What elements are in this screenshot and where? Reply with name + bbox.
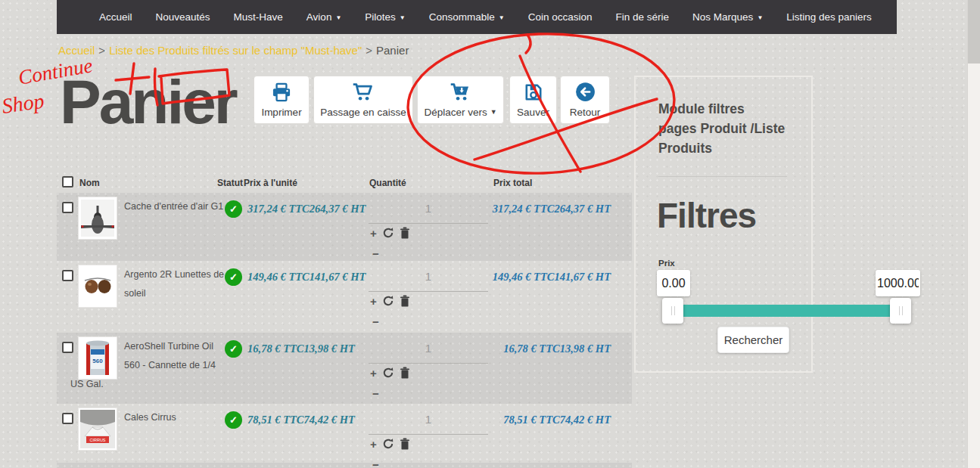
cart-icon — [352, 82, 375, 104]
header-quantite: Quantité — [369, 178, 406, 188]
quantity-value[interactable]: 1 — [369, 342, 488, 355]
header-statut: Statut — [217, 178, 243, 188]
refresh-icon[interactable] — [382, 367, 394, 379]
breadcrumb-separator: > — [366, 44, 372, 57]
price-max-input[interactable] — [876, 270, 920, 296]
nav-item-avion[interactable]: Avion▼ — [306, 11, 341, 23]
quantity-decrease-button[interactable]: − — [372, 388, 379, 399]
price-slider-handle-min[interactable] — [662, 298, 683, 324]
print-button[interactable]: Imprimer — [254, 76, 310, 124]
breadcrumb-home-link[interactable]: Accueil — [58, 44, 95, 57]
nav-item-pilotes[interactable]: Pilotes▼ — [365, 11, 405, 23]
quantity-increase-button[interactable]: + — [370, 228, 377, 239]
select-all-checkbox[interactable] — [62, 176, 73, 188]
nav-item-consommable[interactable]: Consommable▼ — [429, 11, 505, 23]
unit-price: 149,46 € TTC141,67 € HT — [247, 271, 366, 284]
product-thumbnail[interactable] — [79, 197, 117, 239]
breadcrumb-filter-link[interactable]: Liste des Produits filtrés sur le champ … — [109, 44, 362, 57]
svg-text:560: 560 — [92, 358, 103, 364]
product-thumbnail[interactable]: CIRRUS — [79, 408, 117, 450]
product-thumbnail[interactable] — [79, 265, 117, 307]
back-button[interactable]: Retour — [560, 76, 610, 124]
annotation-note-line2: Shop — [1, 88, 46, 117]
trash-icon[interactable] — [400, 438, 410, 450]
price-slider-handle-max[interactable] — [890, 298, 911, 324]
back-arrow-icon — [575, 82, 596, 104]
filters-module-title: Module filtres pages Produit /Liste Prod… — [658, 99, 785, 158]
quantity-decrease-button[interactable]: − — [372, 248, 379, 259]
quantity-increase-button[interactable]: + — [370, 367, 377, 379]
chevron-down-icon: ▼ — [757, 14, 763, 21]
refresh-icon[interactable] — [382, 438, 394, 450]
total-price: 149,46 € TTC141,67 € HT — [481, 271, 611, 284]
product-name-cell: CIRRUS Cales Cirrus — [70, 408, 229, 446]
total-price: 78,51 € TTC74,42 € HT — [481, 414, 611, 426]
quantity-value[interactable]: 1 — [369, 413, 488, 426]
unit-price: 16,78 € TTC13,98 € HT — [247, 342, 355, 355]
product-name-cell: Argento 2R Lunettes de soleil — [70, 265, 229, 303]
floppy-disk-icon — [524, 82, 543, 104]
scrollbar-track[interactable] — [967, 0, 980, 468]
nav-item-nouveautes[interactable]: Nouveautés — [156, 11, 210, 23]
print-button-label: Imprimer — [261, 107, 301, 118]
nav-item-listing-paniers[interactable]: Listing des paniers — [786, 11, 872, 23]
refresh-icon[interactable] — [382, 295, 394, 307]
table-row: 560 AeroShell Turbine Oil 560 - Cannette… — [57, 333, 632, 404]
chevron-down-icon: ▼ — [490, 108, 497, 116]
cart-move-icon — [450, 82, 472, 104]
unit-price: 317,24 € TTC264,37 € HT — [247, 203, 366, 215]
next-row-edge — [57, 463, 632, 468]
cart-table-header: Nom Statut Prix à l'unité Quantité Prix … — [57, 175, 632, 193]
nav-item-fin-de-serie[interactable]: Fin de série — [616, 11, 670, 23]
product-name[interactable]: Argento 2R Lunettes de soleil — [124, 269, 224, 299]
quantity-divider — [369, 291, 488, 292]
scrollbar-thumb[interactable] — [968, 0, 980, 64]
table-row: CIRRUS Cales Cirrus 78,51 € TTC74,42 € H… — [57, 404, 632, 463]
filters-divider — [658, 176, 787, 177]
nav-item-coin-occasion[interactable]: Coin occasion — [528, 11, 593, 23]
price-min-input[interactable] — [657, 270, 690, 296]
quantity-increase-button[interactable]: + — [370, 439, 377, 450]
refresh-icon[interactable] — [382, 227, 394, 239]
product-name[interactable]: Cales Cirrus — [124, 412, 176, 423]
product-name[interactable]: Cache d'entrée d'air G1 — [124, 201, 223, 212]
checkout-button[interactable]: Passage en caisse — [313, 76, 413, 124]
nav-item-nos-marques[interactable]: Nos Marques▼ — [692, 11, 763, 23]
quantity-divider — [369, 363, 488, 364]
breadcrumb-current: Panier — [376, 44, 409, 57]
move-to-button-label: Déplacer vers — [424, 107, 487, 118]
trash-icon[interactable] — [400, 295, 410, 307]
page-title: Panier — [60, 71, 236, 133]
header-prix-total: Prix total — [493, 178, 532, 188]
quantity-divider — [369, 434, 488, 435]
move-to-button[interactable]: Déplacer vers ▼ — [417, 76, 504, 124]
chevron-down-icon: ▼ — [499, 14, 505, 21]
product-thumbnail[interactable]: 560 — [79, 337, 117, 379]
quantity-value[interactable]: 1 — [369, 202, 488, 215]
unit-price: 78,51 € TTC74,42 € HT — [247, 414, 355, 426]
quantity-decrease-button[interactable]: − — [372, 316, 379, 327]
quantity-increase-button[interactable]: + — [370, 296, 377, 307]
search-filter-button[interactable]: Rechercher — [717, 327, 789, 353]
trash-icon[interactable] — [400, 227, 410, 239]
main-navbar: Accueil Nouveautés Must-Have Avion▼ Pilo… — [57, 0, 897, 34]
product-name-cell: 560 AeroShell Turbine Oil 560 - Cannette… — [70, 337, 229, 394]
quantity-value[interactable]: 1 — [369, 270, 488, 283]
checkout-button-label: Passage en caisse — [320, 107, 406, 118]
chevron-down-icon: ▼ — [335, 14, 341, 21]
nav-item-must-have[interactable]: Must-Have — [234, 11, 283, 23]
svg-text:CIRRUS: CIRRUS — [89, 438, 105, 442]
nav-item-accueil[interactable]: Accueil — [99, 11, 132, 23]
total-price: 317,24 € TTC264,37 € HT — [481, 203, 611, 215]
check-circle-icon — [225, 340, 242, 358]
trash-icon[interactable] — [400, 367, 410, 379]
header-prix-unite: Prix à l'unité — [244, 178, 297, 188]
breadcrumb-separator: > — [98, 44, 105, 57]
printer-icon — [271, 82, 292, 104]
save-button[interactable]: Sauver — [509, 76, 557, 124]
breadcrumb: Accueil>Liste des Produits filtrés sur l… — [58, 44, 409, 57]
check-circle-icon — [225, 268, 242, 286]
check-circle-icon — [225, 200, 242, 218]
price-range-slider-track[interactable] — [673, 305, 911, 317]
chevron-down-icon: ▼ — [400, 14, 406, 21]
